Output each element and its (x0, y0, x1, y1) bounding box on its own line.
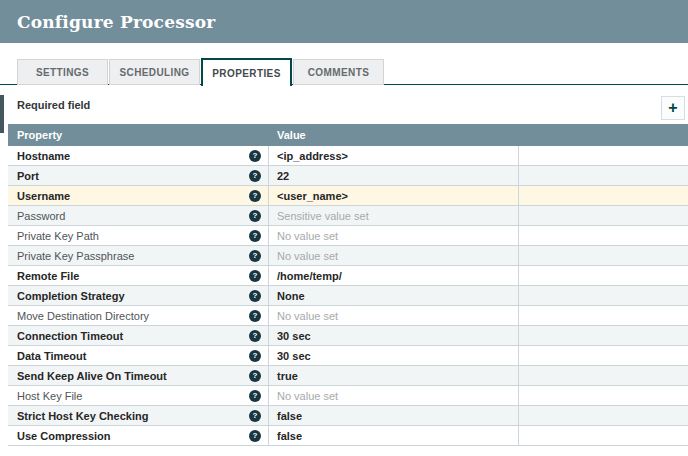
table-row[interactable]: Use Compression ? false (8, 426, 688, 446)
extra-cell (519, 366, 688, 385)
help-icon[interactable]: ? (249, 210, 261, 222)
property-cell: Host Key File ? (8, 386, 269, 405)
tab-label: PROPERTIES (212, 68, 280, 79)
property-cell: Send Keep Alive On Timeout ? (8, 366, 269, 385)
property-label: Private Key Path (17, 230, 249, 242)
table-row[interactable]: Send Keep Alive On Timeout ? true (8, 366, 688, 386)
help-icon[interactable]: ? (249, 370, 261, 382)
table-row[interactable]: Private Key Path ? No value set (8, 226, 688, 246)
help-icon[interactable]: ? (249, 150, 261, 162)
property-label: Hostname (17, 150, 249, 162)
dialog-header: Configure Processor (0, 0, 688, 43)
tab-label: COMMENTS (308, 67, 370, 78)
property-value: 30 sec (277, 330, 311, 342)
value-cell[interactable]: 22 (269, 166, 519, 185)
table-row[interactable]: Move Destination Directory ? No value se… (8, 306, 688, 326)
table-row[interactable]: Strict Host Key Checking ? false (8, 406, 688, 426)
tab[interactable]: SETTINGS (17, 59, 108, 85)
extra-cell (519, 426, 688, 445)
tab[interactable]: COMMENTS (293, 59, 384, 85)
property-value: false (277, 430, 302, 442)
property-cell: Strict Host Key Checking ? (8, 406, 269, 425)
property-value: /home/temp/ (277, 270, 342, 282)
property-label: Remote File (17, 270, 249, 282)
table-row[interactable]: Connection Timeout ? 30 sec (8, 326, 688, 346)
add-property-button[interactable]: + (661, 96, 685, 120)
extra-cell (519, 166, 688, 185)
tab[interactable]: PROPERTIES (201, 58, 292, 86)
property-value: true (277, 370, 298, 382)
value-cell[interactable]: /home/temp/ (269, 266, 519, 285)
table-row[interactable]: Password ? Sensitive value set (8, 206, 688, 226)
property-label: Username (17, 190, 249, 202)
value-cell[interactable]: 30 sec (269, 326, 519, 345)
value-cell[interactable]: No value set (269, 306, 519, 325)
help-icon[interactable]: ? (249, 310, 261, 322)
table-row[interactable]: Port ? 22 (8, 166, 688, 186)
properties-table: Property Value Hostname ? <ip_address> P… (8, 124, 688, 446)
help-icon[interactable]: ? (249, 190, 261, 202)
value-cell[interactable]: false (269, 426, 519, 445)
property-cell: Completion Strategy ? (8, 286, 269, 305)
property-value: false (277, 410, 302, 422)
table-row[interactable]: Data Timeout ? 30 sec (8, 346, 688, 366)
property-value: <ip_address> (277, 150, 348, 162)
property-value: <user_name> (277, 190, 348, 202)
value-cell[interactable]: No value set (269, 226, 519, 245)
plus-icon: + (668, 100, 677, 116)
property-label: Move Destination Directory (17, 310, 249, 322)
value-cell[interactable]: 30 sec (269, 346, 519, 365)
help-icon[interactable]: ? (249, 270, 261, 282)
property-value: 22 (277, 170, 289, 182)
property-cell: Private Key Passphrase ? (8, 246, 269, 265)
table-row[interactable]: Private Key Passphrase ? No value set (8, 246, 688, 266)
property-cell: Connection Timeout ? (8, 326, 269, 345)
value-cell[interactable]: false (269, 406, 519, 425)
value-cell[interactable]: Sensitive value set (269, 206, 519, 225)
table-body: Hostname ? <ip_address> Port ? 22 Userna… (8, 146, 688, 446)
table-row[interactable]: Hostname ? <ip_address> (8, 146, 688, 166)
property-value: No value set (277, 250, 338, 262)
scrollbar-strip (0, 95, 4, 133)
extra-cell (519, 386, 688, 405)
extra-cell (519, 206, 688, 225)
value-cell[interactable]: <ip_address> (269, 146, 519, 165)
tab[interactable]: SCHEDULING (109, 59, 200, 85)
value-cell[interactable]: <user_name> (269, 186, 519, 205)
property-cell: Password ? (8, 206, 269, 225)
property-label: Connection Timeout (17, 330, 249, 342)
table-row[interactable]: Username ? <user_name> (8, 186, 688, 206)
table-header-row: Property Value (8, 124, 688, 146)
table-row[interactable]: Host Key File ? No value set (8, 386, 688, 406)
property-value: None (277, 290, 305, 302)
value-cell[interactable]: No value set (269, 246, 519, 265)
help-icon[interactable]: ? (249, 170, 261, 182)
help-icon[interactable]: ? (249, 350, 261, 362)
extra-cell (519, 406, 688, 425)
property-cell: Remote File ? (8, 266, 269, 285)
help-icon[interactable]: ? (249, 230, 261, 242)
help-icon[interactable]: ? (249, 390, 261, 402)
property-value: No value set (277, 230, 338, 242)
property-label: Port (17, 170, 249, 182)
value-cell[interactable]: true (269, 366, 519, 385)
table-row[interactable]: Completion Strategy ? None (8, 286, 688, 306)
help-icon[interactable]: ? (249, 250, 261, 262)
value-cell[interactable]: No value set (269, 386, 519, 405)
tabbar: SETTINGS SCHEDULING PROPERTIES COMMENTS (17, 58, 385, 87)
property-value: No value set (277, 390, 338, 402)
dialog-title: Configure Processor (0, 12, 215, 32)
property-label: Send Keep Alive On Timeout (17, 370, 249, 382)
table-row[interactable]: Remote File ? /home/temp/ (8, 266, 688, 286)
column-header-value: Value (269, 129, 519, 141)
help-icon[interactable]: ? (249, 430, 261, 442)
property-value: Sensitive value set (277, 210, 369, 222)
value-cell[interactable]: None (269, 286, 519, 305)
help-icon[interactable]: ? (249, 410, 261, 422)
extra-cell (519, 186, 688, 205)
help-icon[interactable]: ? (249, 290, 261, 302)
help-icon[interactable]: ? (249, 330, 261, 342)
extra-cell (519, 346, 688, 365)
property-label: Password (17, 210, 249, 222)
property-cell: Username ? (8, 186, 269, 205)
